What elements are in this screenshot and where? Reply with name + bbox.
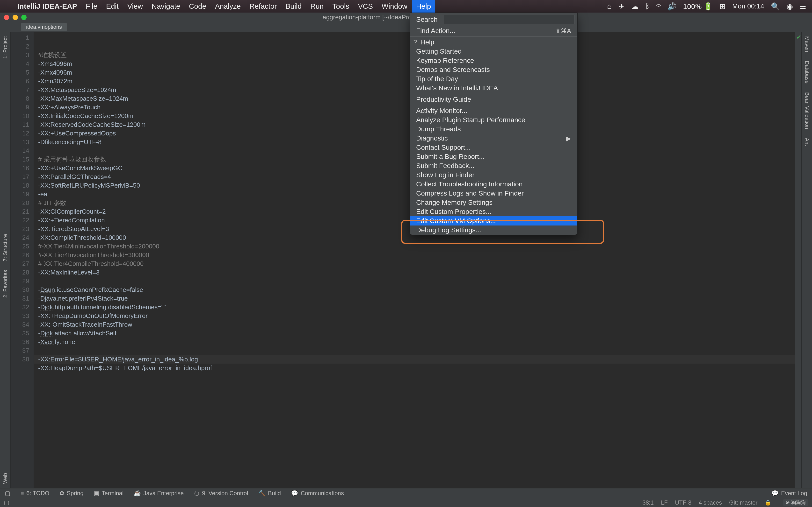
send-icon[interactable]: ✈ [618, 2, 624, 11]
list-icon[interactable]: ☰ [800, 2, 806, 11]
menu-item-show-log-in-finder[interactable]: Show Log in Finder [410, 170, 577, 180]
menu-refactor[interactable]: Refactor [245, 0, 281, 12]
left-tool-web[interactable]: Web [2, 469, 8, 488]
menu-window[interactable]: Window [377, 0, 412, 12]
bottom-tool-communications[interactable]: 💬Communications [291, 490, 344, 497]
bottom-tool-java-enterprise[interactable]: ☕Java Enterprise [134, 490, 184, 497]
event-log-button[interactable]: 💬Event Log [771, 490, 807, 497]
menu-item-demos-and-screencasts[interactable]: Demos and Screencasts [410, 65, 577, 74]
window-titlebar: aggregation-platform [~/IdeaProjects/kan… [0, 12, 812, 22]
wifi-icon[interactable]: ⌔ [656, 2, 661, 10]
menu-code[interactable]: Code [185, 0, 211, 12]
tool-icon: 💬 [291, 490, 298, 497]
menu-item-compress-logs-and-show-in-finder[interactable]: Compress Logs and Show in Finder [410, 189, 577, 198]
help-search-label: Search [410, 16, 444, 23]
volume-icon[interactable]: 🔊 [667, 2, 676, 11]
csdn-badge: ❀ 狗狗狗 [783, 499, 808, 506]
indent-settings[interactable]: 4 spaces [699, 499, 722, 506]
file-encoding[interactable]: UTF-8 [675, 499, 692, 506]
menu-item-tip-of-the-day[interactable]: Tip of the Day [410, 74, 577, 83]
bottom-tool-6-todo[interactable]: ≡6: TODO [20, 490, 49, 497]
left-toolwindow-strip: 1: Project7: Structure2: FavoritesWeb [0, 32, 11, 488]
spotlight-icon[interactable]: 🔍 [771, 2, 780, 11]
menu-vcs[interactable]: VCS [354, 0, 377, 12]
right-tool-bean-validation[interactable]: Bean Validation [804, 88, 810, 133]
bottom-tool-9-version-control[interactable]: ⭮9: Version Control [194, 490, 248, 497]
menu-item-edit-custom-properties[interactable]: Edit Custom Properties... [410, 207, 577, 216]
help-icon: ? [413, 38, 417, 46]
menu-build[interactable]: Build [281, 0, 306, 12]
right-tool-ant[interactable]: Ant [804, 133, 810, 150]
menu-item-collect-troubleshooting-information[interactable]: Collect Troubleshooting Information [410, 180, 577, 189]
menu-tools[interactable]: Tools [328, 0, 354, 12]
left-tool-2-favorites[interactable]: 2: Favorites [2, 266, 8, 302]
tool-icon: ☕ [134, 490, 141, 497]
help-search-input[interactable] [444, 15, 574, 24]
right-tool-maven[interactable]: Maven [804, 32, 810, 56]
line-separator[interactable]: LF [661, 499, 668, 506]
ide-window: aggregation-platform [~/IdeaProjects/kan… [0, 12, 812, 507]
code-line: -Djava.net.preferIPv4Stack=true [38, 294, 795, 303]
toolwindow-toggle-icon[interactable]: ▢ [4, 499, 9, 506]
menu-run[interactable]: Run [306, 0, 328, 12]
code-line: #-XX:Tier4CompileThreshold=400000 [38, 259, 795, 268]
notification-icon[interactable]: ⌂ [607, 2, 611, 10]
menu-navigate[interactable]: Navigate [147, 0, 185, 12]
zoom-window-button[interactable] [21, 15, 27, 20]
code-line: #-XX:Tier4InvocationThreshold=300000 [38, 250, 795, 259]
menu-item-diagnostic[interactable]: Diagnostic▶ [410, 134, 577, 143]
menu-item-find-action[interactable]: Find Action... ⇧⌘A [410, 26, 577, 36]
minimize-window-button[interactable] [12, 15, 18, 20]
menubar-tray: ⌂ ✈ ☁ ᛒ ⌔ 🔊 100% 🔋 ⊞ Mon 00:14 🔍 ◉ ☰ [607, 2, 810, 11]
menu-item-getting-started[interactable]: Getting Started [410, 47, 577, 56]
code-line: -Djdk.http.auth.tunneling.disabledScheme… [38, 303, 795, 312]
menu-item-change-memory-settings[interactable]: Change Memory Settings [410, 198, 577, 207]
menu-item-activity-monitor[interactable]: Activity Monitor... [410, 106, 577, 115]
menu-analyze[interactable]: Analyze [210, 0, 245, 12]
bottom-tool-spring[interactable]: ✿Spring [59, 490, 83, 497]
menu-item-analyze-plugin-startup-performance[interactable]: Analyze Plugin Startup Performance [410, 115, 577, 125]
menu-item-contact-support[interactable]: Contact Support... [410, 143, 577, 152]
clock[interactable]: Mon 00:14 [732, 2, 764, 10]
menu-edit[interactable]: Edit [102, 0, 123, 12]
code-line [38, 277, 795, 285]
menu-view[interactable]: View [123, 0, 147, 12]
battery-label[interactable]: 100% 🔋 [683, 2, 713, 11]
code-line: -Xverify:none [38, 338, 795, 346]
menu-item-what-s-new-in-intellij-idea[interactable]: What's New in IntelliJ IDEA [410, 83, 577, 93]
code-line [38, 372, 795, 381]
menu-file[interactable]: File [82, 0, 102, 12]
bottom-tool-build[interactable]: 🔨Build [258, 490, 281, 497]
git-branch[interactable]: Git: master [729, 499, 757, 506]
code-line: -Dsun.io.useCanonPrefixCache=false [38, 285, 795, 294]
left-tool-7-structure[interactable]: 7: Structure [2, 230, 8, 266]
menu-item-keymap-reference[interactable]: Keymap Reference [410, 56, 577, 65]
wechat-icon[interactable]: ☁ [631, 2, 639, 11]
menu-help[interactable]: Help [412, 0, 436, 12]
menu-item-help[interactable]: ?Help [410, 38, 577, 47]
control-center-icon[interactable]: ⊞ [719, 2, 725, 11]
menu-item-productivity-guide[interactable]: Productivity Guide [410, 95, 577, 104]
left-tool-1-project[interactable]: 1: Project [2, 32, 8, 63]
right-tool-database[interactable]: Database [804, 56, 810, 88]
line-number-gutter: 1234567891011121314151617181920212223242… [11, 32, 34, 488]
menu-item-submit-feedback[interactable]: Submit Feedback... [410, 161, 577, 170]
siri-icon[interactable]: ◉ [786, 2, 793, 11]
menu-item-edit-custom-vm-options[interactable]: Edit Custom VM Options... [410, 216, 577, 225]
app-name[interactable]: IntelliJ IDEA-EAP [13, 2, 82, 10]
menu-item-dump-threads[interactable]: Dump Threads [410, 125, 577, 134]
menu-item-debug-log-settings[interactable]: Debug Log Settings... [410, 225, 577, 235]
readonly-lock-icon[interactable]: 🔒 [765, 500, 771, 506]
tool-icon: ▣ [94, 490, 99, 497]
close-window-button[interactable] [4, 15, 9, 20]
code-line: -XX:+HeapDumpOnOutOfMemoryError [38, 312, 795, 320]
bluetooth-icon[interactable]: ᛒ [645, 2, 650, 10]
menu-item-submit-a-bug-report[interactable]: Submit a Bug Report... [410, 152, 577, 161]
caret-position[interactable]: 38:1 [642, 499, 654, 506]
toolwindow-pin-icon[interactable]: ▢ [5, 490, 10, 497]
error-stripe[interactable]: ✔ [795, 32, 801, 488]
editor-tab[interactable]: idea.vmoptions [21, 23, 67, 31]
inspection-ok-icon: ✔ [796, 34, 801, 41]
traffic-lights [0, 15, 27, 20]
bottom-tool-terminal[interactable]: ▣Terminal [94, 490, 124, 497]
